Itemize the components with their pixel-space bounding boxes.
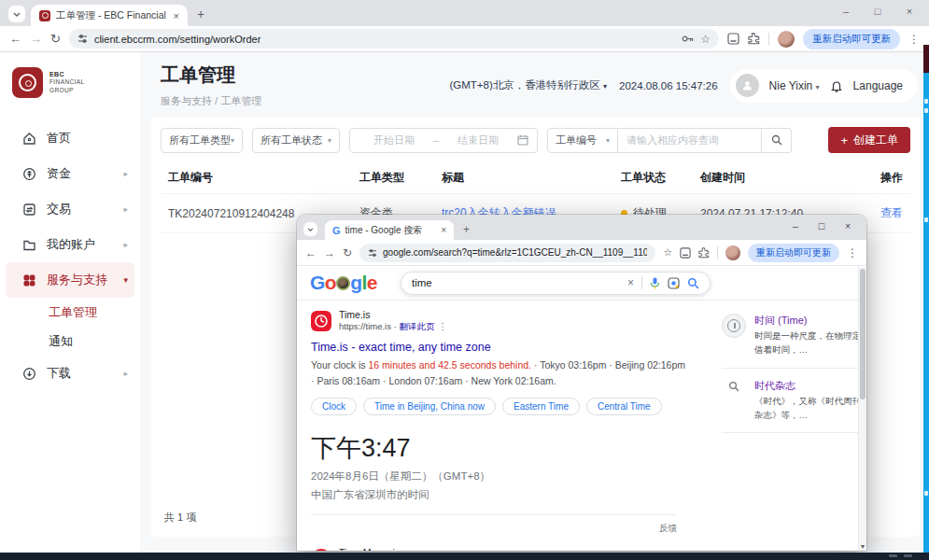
restart-update-button[interactable]: 重新启动即可更新	[803, 29, 900, 49]
current-time-display: 下午3:47	[311, 431, 686, 465]
google-doodle-logo[interactable]: Gogle	[310, 272, 377, 294]
order-type-select[interactable]: 所有工单类型▾	[161, 128, 243, 153]
browser-tab-active[interactable]: 工单管理 - EBC Financial Grou... ×	[31, 5, 188, 26]
popup-address-bar[interactable]: google.com/search?q=time&rlz=1C1GCEU_zh-…	[359, 244, 655, 262]
address-bar[interactable]: client.ebccrm.com/setting/workOrder ☆	[69, 29, 719, 49]
side-panel-icon[interactable]	[727, 33, 739, 45]
side-item-title[interactable]: 时代杂志	[754, 379, 859, 392]
sidebar-item-trade[interactable]: 交易 ▸	[0, 191, 140, 227]
search-icon	[771, 134, 782, 146]
side-item-title[interactable]: 时间 (Time)	[754, 314, 859, 327]
search-icon[interactable]	[687, 277, 699, 289]
result-source-timeis[interactable]: Time.is https://time.is · 翻译此页⋮	[311, 309, 686, 333]
popup-scrollbar[interactable]: ▼	[858, 267, 866, 551]
reload-button[interactable]: ↻	[343, 246, 352, 259]
bell-icon[interactable]	[830, 79, 843, 92]
user-avatar[interactable]	[736, 74, 759, 97]
app-sidebar: EBC FINANCIAL GROUP 首页 资金 ▸ 交易 ▸ 我	[0, 52, 140, 553]
search-button[interactable]	[762, 128, 792, 153]
back-button[interactable]: ←	[9, 32, 21, 46]
google-lens-icon[interactable]	[668, 277, 680, 289]
page-title: 工单管理	[161, 63, 261, 88]
feedback-link[interactable]: 反馈	[659, 523, 677, 533]
bookmark-star-icon[interactable]: ☆	[700, 33, 711, 46]
side-item-desc: 《时代》，又称《时代周刊》、杂志》等，…	[754, 395, 859, 422]
popup-tab-search-button[interactable]	[303, 222, 317, 236]
create-work-order-button[interactable]: +创建工单	[828, 127, 910, 153]
chip-central-time[interactable]: Central Time	[586, 398, 662, 415]
toolbar-icons: 重新启动即可更新 ⋮	[727, 29, 920, 49]
close-button[interactable]: ×	[835, 217, 861, 234]
forward-button[interactable]: →	[324, 246, 335, 259]
search-group: 工单编号▾ 请输入相应内容查询	[547, 128, 792, 153]
tab-close-icon[interactable]: ×	[441, 225, 446, 235]
result-title-link[interactable]: Time.is - exact time, any time zone	[311, 341, 686, 354]
breadcrumb: 服务与支持 / 工单管理	[161, 94, 261, 108]
back-button[interactable]: ←	[305, 246, 317, 259]
order-status-select[interactable]: 所有工单状态▾	[252, 128, 340, 153]
language-button[interactable]: Language	[853, 79, 903, 92]
sidebar-subitem-work-orders[interactable]: 工单管理	[0, 298, 140, 327]
result-menu-icon[interactable]: ⋮	[438, 321, 447, 331]
timezone-selector[interactable]: (GMT+8)北京，香港特别行政区 ▾	[449, 78, 607, 92]
maximize-button[interactable]: □	[809, 217, 835, 234]
chevron-down-icon: ▾	[603, 82, 607, 91]
result-host: https://time.is · 翻译此页⋮	[339, 321, 447, 333]
bookmark-star-icon[interactable]: ☆	[663, 246, 672, 259]
forward-button[interactable]: →	[30, 32, 42, 46]
close-button[interactable]: ×	[894, 2, 925, 21]
voice-search-mic-icon[interactable]	[650, 277, 660, 289]
result-time-magazine: T Time Magazine https://time.com · 翻译此页⋮…	[311, 547, 686, 551]
new-tab-button[interactable]: +	[197, 7, 204, 21]
sidebar-item-home[interactable]: 首页	[0, 120, 140, 156]
search-field-select[interactable]: 工单编号▾	[547, 128, 618, 153]
side-panel-icon[interactable]	[680, 247, 691, 259]
browser-menu-icon[interactable]: ⋮	[908, 33, 920, 46]
chevron-right-icon: ▸	[123, 240, 128, 249]
popup-tab-active[interactable]: G time - Google 搜索 ×	[325, 220, 454, 240]
chip-eastern-time[interactable]: Eastern Time	[502, 398, 580, 415]
minimize-button[interactable]: –	[830, 2, 862, 21]
browser-menu-icon[interactable]: ⋮	[847, 246, 858, 259]
page-header: 工单管理 服务与支持 / 工单管理 (GMT+8)北京，香港特别行政区 ▾ 20…	[140, 52, 929, 108]
date-range-picker[interactable]: 开始日期 – 结束日期	[349, 128, 538, 153]
extensions-puzzle-icon[interactable]	[748, 33, 760, 45]
sidebar-item-accounts[interactable]: 我的账户 ▸	[0, 227, 140, 262]
sidebar-item-downloads[interactable]: 下载 ▸	[0, 356, 140, 391]
sidebar-subitem-notifications[interactable]: 通知	[0, 327, 140, 356]
browser-profile-avatar[interactable]	[725, 245, 740, 260]
ebc-logo: EBC FINANCIAL GROUP	[0, 52, 140, 98]
edge-docked-toolbar[interactable]	[923, 73, 929, 553]
chip-clock[interactable]: Clock	[311, 398, 357, 415]
user-pill: Nie Yixin ▾ Language	[730, 69, 918, 103]
scrollbar-thumb[interactable]	[860, 269, 866, 399]
chevron-right-icon: ▸	[123, 169, 128, 178]
side-item-desc: 时间是一种尺度，在物理定义是借着时间，…	[754, 329, 859, 357]
scroll-down-arrow-icon[interactable]: ▼	[859, 543, 866, 550]
google-search-box[interactable]: time ×	[401, 272, 711, 295]
search-icon	[722, 379, 746, 392]
password-key-icon[interactable]	[682, 35, 694, 43]
result-site-name: Time Magazine	[339, 547, 457, 551]
extensions-puzzle-icon[interactable]	[698, 247, 710, 259]
sidebar-item-funds[interactable]: 资金 ▸	[0, 156, 140, 191]
clear-search-icon[interactable]: ×	[627, 276, 634, 289]
side-item-time-magazine[interactable]: 时代杂志 《时代》，又称《时代周刊》、杂志》等，…	[722, 369, 866, 434]
side-item-time[interactable]: 时间 (Time) 时间是一种尺度，在物理定义是借着时间，…	[722, 303, 866, 369]
minimize-button[interactable]: –	[782, 217, 809, 234]
tab-close-icon[interactable]: ×	[174, 10, 179, 21]
popup-new-tab-button[interactable]: +	[463, 223, 470, 236]
side-knowledge-panel: 时间 (Time) 时间是一种尺度，在物理定义是借着时间，… 时代杂志 《时代》…	[722, 303, 866, 433]
user-name[interactable]: Nie Yixin ▾	[769, 79, 820, 92]
search-input[interactable]: 请输入相应内容查询	[618, 128, 762, 153]
translate-link[interactable]: 翻译此页	[399, 321, 434, 331]
sidebar-item-service-support[interactable]: 服务与支持 ▾	[6, 262, 134, 298]
reload-button[interactable]: ↻	[50, 32, 61, 46]
chip-beijing-time[interactable]: Time in Beijing, China now	[363, 398, 496, 415]
edge-docked-tool-top	[923, 45, 929, 73]
tab-search-button[interactable]	[8, 6, 25, 22]
restart-update-button[interactable]: 重新启动即可更新	[748, 244, 839, 262]
browser-profile-avatar[interactable]	[778, 31, 795, 48]
maximize-button[interactable]: □	[862, 2, 894, 21]
google-favicon-icon: G	[332, 225, 341, 236]
